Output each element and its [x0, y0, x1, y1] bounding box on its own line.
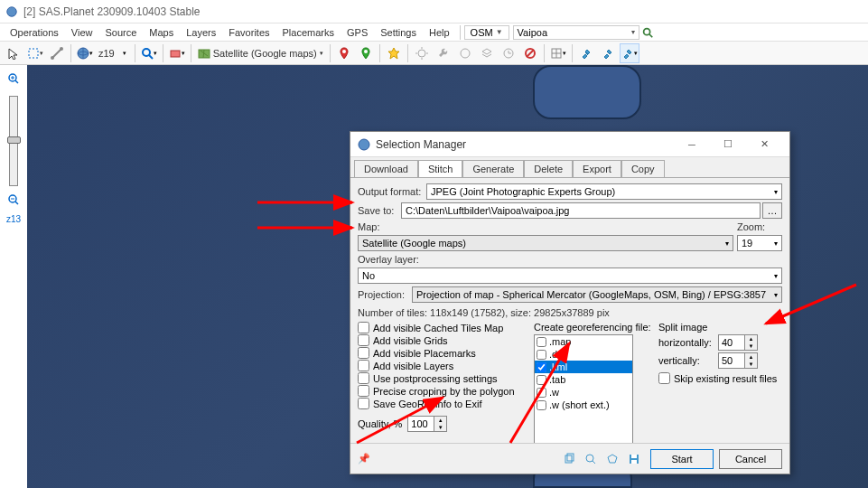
toolbar-separator	[544, 44, 545, 62]
down-arrow-icon[interactable]: ▼	[434, 424, 446, 431]
check-grids[interactable]	[358, 334, 369, 346]
check-postprocessing[interactable]	[358, 372, 369, 384]
svg-point-1	[643, 28, 649, 34]
sun-icon-button[interactable]	[412, 43, 432, 63]
georef-map-check[interactable]	[537, 337, 546, 347]
minimize-button[interactable]: ─	[674, 133, 710, 156]
output-format-dropdown[interactable]: JPEG (Joint Photographic Experts Group)▾	[426, 183, 782, 200]
svg-line-29	[15, 80, 18, 83]
check-cached-tiles[interactable]	[358, 322, 369, 333]
menu-placemarks[interactable]: Placemarks	[276, 25, 341, 40]
menu-settings[interactable]: Settings	[374, 25, 423, 40]
pin-button[interactable]	[356, 43, 376, 63]
map-name-dropdown[interactable]: Satellite (Google maps) ▾	[194, 47, 327, 60]
projection-dropdown[interactable]: Projection of map - Spherical Mercator (…	[412, 286, 782, 303]
ruler-tool-button[interactable]	[47, 43, 67, 63]
region-icon-button[interactable]	[603, 450, 621, 468]
save-to-input[interactable]: C:\Daten\Luftbilder\Vaipoa\vaipoa.jpg	[401, 202, 761, 219]
map-dropdown[interactable]: Satellite (Google maps)▾	[358, 235, 733, 251]
tab-generate[interactable]: Generate	[462, 160, 524, 177]
georef-w-check[interactable]	[537, 388, 546, 398]
pointer-tool-button[interactable]	[4, 43, 23, 63]
horiz-spinner[interactable]: 40▲▼	[718, 334, 758, 351]
pin-icon[interactable]: 📌	[358, 453, 370, 465]
tab-delete[interactable]: Delete	[524, 160, 573, 177]
zoom-dropdown[interactable]: 19▾	[737, 235, 782, 251]
tab-download[interactable]: Download	[354, 160, 418, 177]
globe-button[interactable]: ▾	[75, 43, 95, 63]
georef-listbox[interactable]: .map .dat .kml .tab .w .w (short ext.)	[534, 334, 633, 443]
cancel-button[interactable]: Cancel	[719, 449, 782, 469]
block-button[interactable]	[520, 43, 540, 63]
layers-button[interactable]	[477, 43, 497, 63]
split-image-label: Split image	[658, 322, 782, 333]
svg-line-2	[649, 33, 652, 37]
overlay-toggle-button[interactable]: ▾	[167, 43, 187, 63]
clock-button[interactable]	[499, 43, 518, 63]
chevron-down-icon: ▾	[631, 28, 635, 36]
maximize-button[interactable]: ☐	[710, 133, 746, 156]
georef-wshort-check[interactable]	[537, 400, 546, 410]
satellite3-button[interactable]: ▾	[620, 43, 639, 63]
tab-export[interactable]: Export	[573, 160, 621, 177]
menu-source[interactable]: Source	[98, 25, 143, 40]
start-button[interactable]: Start	[650, 449, 714, 469]
zoom-slider[interactable]	[9, 96, 18, 186]
zoom-label: Zoom:	[737, 221, 782, 232]
check-precise-cropping[interactable]	[358, 385, 369, 397]
check-georef-exif[interactable]	[358, 398, 369, 409]
browse-button[interactable]: …	[762, 202, 782, 219]
magnifier-button[interactable]: ▾	[139, 43, 159, 63]
menu-favorites[interactable]: Favorites	[222, 25, 275, 40]
grid-button[interactable]: ▾	[548, 43, 568, 63]
toolbar-separator	[379, 44, 380, 62]
tab-stitch[interactable]: Stitch	[418, 160, 463, 177]
overlay-dropdown[interactable]: No▾	[358, 267, 782, 284]
menu-help[interactable]: Help	[423, 25, 456, 40]
zoom-in-button[interactable]	[5, 70, 22, 87]
menu-layers[interactable]: Layers	[180, 25, 222, 40]
dialog-title-bar[interactable]: Selection Manager ─ ☐ ✕	[350, 132, 789, 157]
svg-point-38	[586, 455, 593, 462]
satellite2-button[interactable]	[598, 43, 618, 63]
save-icon-button[interactable]	[625, 450, 643, 468]
star-button[interactable]	[384, 43, 404, 63]
quality-spinner[interactable]: 100 ▲▼	[407, 416, 447, 432]
search-go-button[interactable]	[641, 26, 654, 39]
quality-label: Quality, %	[358, 418, 402, 429]
menu-view[interactable]: View	[65, 25, 99, 40]
svg-point-5	[51, 56, 54, 60]
toolbar-separator	[572, 44, 573, 62]
menu-maps[interactable]: Maps	[143, 25, 180, 40]
svg-rect-42	[631, 460, 637, 464]
wrench-button[interactable]	[434, 43, 453, 63]
skip-existing-check[interactable]	[658, 372, 670, 384]
vert-spinner[interactable]: 50▲▼	[718, 352, 758, 369]
search-input[interactable]: Vaipoa ▾	[513, 25, 639, 40]
menu-gps[interactable]: GPS	[341, 25, 374, 40]
svg-point-0	[7, 6, 17, 16]
search-provider-dropdown[interactable]: OSM ▼	[464, 25, 509, 40]
magnifier-icon-button[interactable]	[582, 450, 600, 468]
copy-icon-button[interactable]	[560, 450, 578, 468]
tab-copy[interactable]: Copy	[621, 160, 665, 177]
globe-small-button[interactable]	[455, 43, 475, 63]
check-placemarks[interactable]	[358, 347, 369, 359]
zoom-out-button[interactable]	[5, 192, 22, 208]
check-layers[interactable]	[358, 360, 369, 371]
zoom-slider-handle[interactable]	[7, 136, 21, 144]
up-arrow-icon[interactable]: ▲	[434, 417, 446, 424]
svg-line-33	[15, 202, 18, 204]
georef-dat-check[interactable]	[537, 350, 546, 360]
horiz-label: horizontally:	[658, 337, 718, 348]
zoom-dropdown-button[interactable]: ▾	[118, 43, 131, 63]
close-button[interactable]: ✕	[746, 133, 782, 156]
georef-kml-check[interactable]	[537, 362, 546, 372]
placemark-button[interactable]	[334, 43, 354, 63]
satellite1-button[interactable]	[576, 43, 596, 63]
dialog-title: Selection Manager	[376, 138, 674, 151]
svg-rect-3	[29, 49, 38, 58]
menu-operations[interactable]: Operations	[4, 25, 65, 40]
selection-tool-button[interactable]: ▾	[25, 43, 45, 63]
georef-tab-check[interactable]	[537, 375, 546, 385]
